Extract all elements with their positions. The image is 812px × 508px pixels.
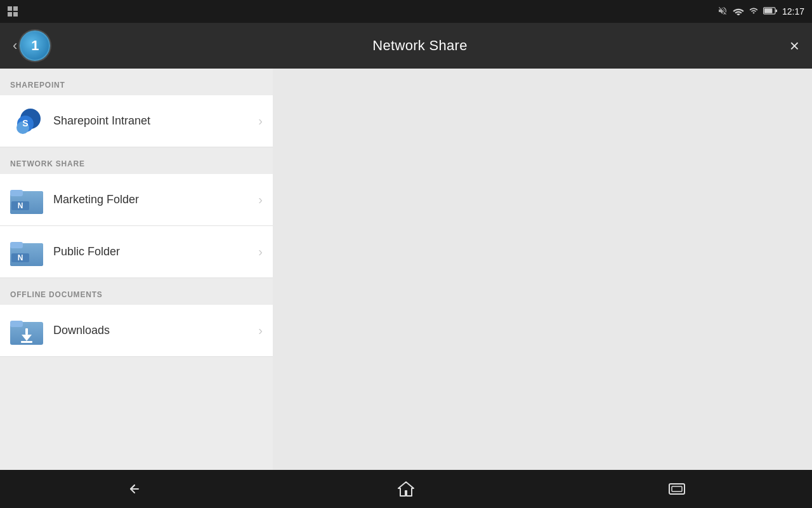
- app-header: ‹ 1 Network Share ×: [0, 23, 812, 69]
- svg-rect-19: [25, 328, 28, 335]
- main-content: SHAREPOINT S Sharepoint Intranet › NETWO…: [0, 69, 812, 470]
- status-bar-left: [8, 6, 18, 17]
- sharepoint-section-title: SHAREPOINT: [10, 81, 65, 90]
- downloads-icon: [10, 314, 43, 347]
- svg-rect-2: [775, 9, 777, 11]
- marketing-folder-label: Marketing Folder: [53, 193, 258, 206]
- public-folder-label: Public Folder: [53, 245, 258, 258]
- header-left: ‹ 1: [13, 30, 50, 61]
- network-share-section-header: NETWORK SHARE: [0, 147, 273, 174]
- offline-documents-section-header: OFFLINE DOCUMENTS: [0, 278, 273, 305]
- app-logo: 1: [20, 30, 50, 61]
- sharepoint-section-header: SHAREPOINT: [0, 69, 273, 95]
- list-item-marketing-folder[interactable]: N Marketing Folder ›: [0, 174, 273, 226]
- list-item-sharepoint-intranet[interactable]: S Sharepoint Intranet ›: [0, 95, 273, 147]
- public-folder-icon: N: [10, 236, 43, 269]
- svg-rect-23: [672, 486, 682, 491]
- downloads-label: Downloads: [53, 324, 258, 337]
- marketing-folder-icon: N: [10, 184, 43, 217]
- svg-rect-21: [21, 341, 32, 343]
- sidebar: SHAREPOINT S Sharepoint Intranet › NETWO…: [0, 69, 273, 470]
- status-bar-right: 12:17: [717, 6, 804, 18]
- svg-rect-1: [764, 8, 773, 13]
- svg-rect-9: [10, 190, 23, 196]
- list-item-public-folder[interactable]: N Public Folder ›: [0, 226, 273, 278]
- public-folder-chevron: ›: [258, 244, 263, 259]
- downloads-chevron: ›: [258, 323, 263, 338]
- svg-text:N: N: [18, 253, 23, 262]
- grid-icon: [8, 6, 18, 17]
- status-bar: 12:17: [0, 0, 812, 23]
- status-time: 12:17: [782, 6, 804, 17]
- sharepoint-intranet-icon: S: [10, 105, 43, 138]
- close-button[interactable]: ×: [790, 37, 799, 54]
- nav-bar: [0, 470, 812, 508]
- sharepoint-intranet-label: Sharepoint Intranet: [53, 114, 258, 128]
- nav-back-button[interactable]: [116, 476, 154, 502]
- battery-icon: [763, 7, 777, 17]
- offline-documents-section-title: OFFLINE DOCUMENTS: [10, 290, 103, 299]
- svg-rect-14: [10, 242, 23, 248]
- back-arrow-icon: ‹: [13, 37, 17, 54]
- sharepoint-intranet-chevron: ›: [258, 114, 263, 128]
- header-title: Network Share: [372, 37, 467, 54]
- svg-text:N: N: [18, 201, 23, 210]
- marketing-folder-chevron: ›: [258, 192, 263, 207]
- list-item-downloads[interactable]: Downloads ›: [0, 305, 273, 357]
- svg-text:S: S: [22, 118, 28, 128]
- right-panel: [273, 69, 812, 470]
- nav-recents-button[interactable]: [658, 476, 696, 502]
- mute-icon: [717, 6, 728, 18]
- nav-home-button[interactable]: [387, 476, 425, 502]
- wifi-icon: [733, 6, 744, 17]
- svg-rect-18: [10, 321, 23, 327]
- network-share-section-title: NETWORK SHARE: [10, 159, 85, 168]
- signal-icon: [749, 6, 758, 17]
